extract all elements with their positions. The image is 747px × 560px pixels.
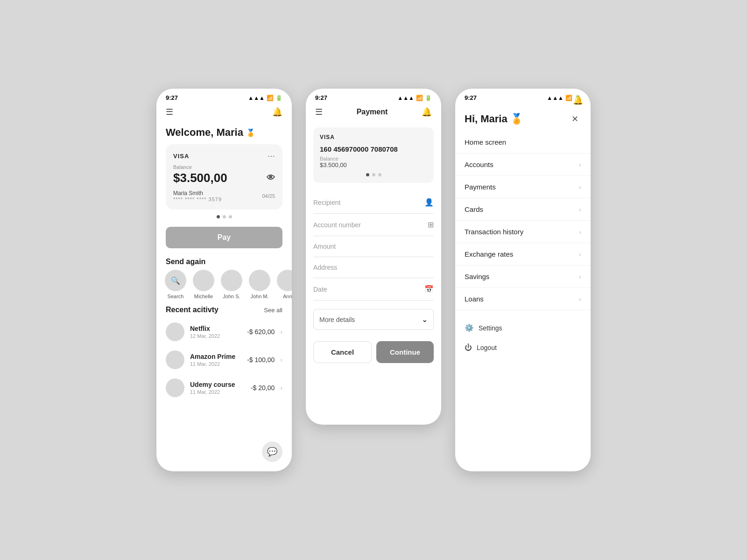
home-screen: 9:27 ▲▲▲ 📶 🔋 ☰ 🔔 Welcome, Maria 🏅 VISA ⋯ — [156, 89, 292, 471]
payment-menu-icon[interactable]: ☰ — [315, 107, 323, 117]
recipient-label: Recipient — [313, 199, 340, 206]
dot-1[interactable] — [217, 215, 220, 218]
address-field[interactable]: Address — [313, 257, 434, 278]
savings-label: Savings — [465, 273, 489, 280]
payment-card-dots — [320, 173, 427, 176]
amazon-icon — [166, 350, 184, 369]
home-header: ☰ 🔔 — [156, 105, 292, 123]
card-dots — [156, 215, 292, 218]
logout-icon: ⏻ — [465, 343, 472, 352]
logout-label: Logout — [477, 344, 497, 351]
netflix-icon — [166, 322, 184, 341]
payment-title: Payment — [357, 108, 388, 116]
udemy-date: 11 Mar, 2022 — [190, 389, 245, 395]
qr-icon: ⊞ — [428, 220, 434, 229]
contact-search[interactable]: 🔍 Search — [164, 270, 187, 299]
netflix-date: 12 Mar, 2022 — [190, 333, 241, 339]
johnm-avatar — [249, 270, 270, 291]
menu-notif-icon[interactable]: 🔔 — [573, 95, 583, 105]
savings-chevron: › — [579, 273, 581, 280]
card-holder-name: Maria Smith **** **** **** 3579 — [173, 190, 222, 202]
card-expiry: 04/25 — [262, 193, 275, 199]
wifi-icon-3: 📶 — [565, 95, 572, 101]
status-icons-2: ▲▲▲ 📶 🔋 — [397, 95, 432, 101]
accounts-label: Accounts — [465, 161, 493, 168]
johns-avatar — [221, 270, 242, 291]
payment-visa-label: VISA — [320, 134, 427, 140]
transaction-udemy[interactable]: Udemy course 11 Mar, 2022 -$ 20,00 › — [156, 374, 292, 402]
settings-icon: ⚙️ — [465, 323, 474, 332]
menu-header: Hi, Maria 🏅 ✕ — [455, 105, 591, 131]
pdot-1[interactable] — [366, 173, 369, 176]
netflix-name: Netflix — [190, 325, 241, 332]
status-bar-1: 9:27 ▲▲▲ 📶 🔋 — [156, 89, 292, 105]
menu-item-home[interactable]: Home screen — [455, 131, 591, 154]
contact-michelle[interactable]: Michelle — [192, 270, 215, 299]
account-number-field[interactable]: Account number ⊞ — [313, 214, 434, 236]
udemy-chevron: › — [280, 384, 282, 392]
menu-item-exchange-rates[interactable]: Exchange rates › — [455, 243, 591, 266]
time-2: 9:27 — [315, 94, 327, 101]
recent-activity-header: Recent acitivty See all — [156, 299, 292, 318]
menu-icon[interactable]: ☰ — [166, 107, 173, 117]
payment-balance-amount: $3.500,00 — [320, 161, 427, 168]
amazon-chevron: › — [280, 356, 282, 364]
chat-fab[interactable]: 💬 — [262, 441, 282, 462]
pay-button[interactable]: Pay — [166, 227, 282, 248]
exchange-rates-chevron: › — [579, 251, 581, 258]
ann-label: Ann — [283, 294, 292, 299]
contact-ann[interactable]: Ann — [276, 270, 292, 299]
cancel-button[interactable]: Cancel — [313, 341, 372, 363]
eye-icon[interactable]: 👁 — [267, 173, 275, 183]
balance-label: Balance — [173, 164, 275, 170]
search-avatar: 🔍 — [165, 270, 186, 291]
payment-header: ☰ Payment 🔔 — [306, 105, 441, 123]
date-field[interactable]: Date 📅 — [313, 278, 434, 301]
payment-notif-icon[interactable]: 🔔 — [422, 107, 432, 117]
menu-item-loans[interactable]: Loans › — [455, 288, 591, 310]
home-screen-label: Home screen — [465, 138, 506, 146]
ann-avatar — [277, 270, 292, 291]
battery-icon: 🔋 — [275, 95, 282, 101]
dot-3[interactable] — [229, 215, 232, 218]
close-menu-button[interactable]: ✕ — [568, 112, 581, 126]
transaction-amazon[interactable]: Amazon Prime 11 Mar, 2022 -$ 100,00 › — [156, 346, 292, 374]
johns-label: John S. — [223, 294, 240, 299]
amount-field[interactable]: Amount — [313, 236, 434, 257]
udemy-amount: -$ 20,00 — [251, 384, 275, 392]
contact-johns[interactable]: John S. — [220, 270, 243, 299]
pdot-2[interactable] — [372, 173, 375, 176]
dot-2[interactable] — [223, 215, 226, 218]
loans-chevron: › — [579, 295, 581, 303]
date-label: Date — [313, 286, 327, 293]
settings-item[interactable]: ⚙️ Settings — [465, 318, 581, 338]
status-icons-1: ▲▲▲ 📶 🔋 — [248, 95, 282, 101]
wifi-icon-2: 📶 — [416, 95, 423, 101]
time-1: 9:27 — [166, 94, 178, 101]
welcome-section: Welcome, Maria 🏅 — [156, 123, 292, 144]
signal-icon: ▲▲▲ — [248, 95, 265, 101]
see-all-link[interactable]: See all — [264, 307, 282, 314]
continue-button[interactable]: Continue — [376, 341, 434, 363]
menu-item-cards[interactable]: Cards › — [455, 198, 591, 221]
menu-item-payments[interactable]: Payments › — [455, 176, 591, 198]
account-number-label: Account number — [313, 221, 361, 229]
more-options-icon[interactable]: ⋯ — [268, 152, 275, 161]
send-again-title: Send again — [156, 253, 292, 270]
menu-item-savings[interactable]: Savings › — [455, 266, 591, 288]
card-widget: VISA ⋯ Balance $3.500,00 👁 Maria Smith *… — [166, 144, 282, 210]
pdot-3[interactable] — [378, 173, 381, 176]
amount-label: Amount — [313, 243, 336, 250]
contact-johnm[interactable]: John M. — [248, 270, 271, 299]
michelle-label: Michelle — [194, 294, 213, 299]
card-header: VISA ⋯ — [173, 152, 275, 161]
more-details-button[interactable]: More details ⌄ — [313, 309, 434, 330]
recipient-field[interactable]: Recipient 👤 — [313, 191, 434, 214]
notification-icon[interactable]: 🔔 — [272, 107, 282, 117]
menu-item-transaction-history[interactable]: Transaction history › — [455, 221, 591, 243]
payment-card: VISA 160 456970000 7080708 Balance $3.50… — [313, 127, 434, 183]
menu-item-accounts[interactable]: Accounts › — [455, 154, 591, 176]
cards-label: Cards — [465, 205, 483, 213]
transaction-netflix[interactable]: Netflix 12 Mar, 2022 -$ 620,00 › — [156, 318, 292, 346]
logout-item[interactable]: ⏻ Logout — [465, 338, 581, 357]
